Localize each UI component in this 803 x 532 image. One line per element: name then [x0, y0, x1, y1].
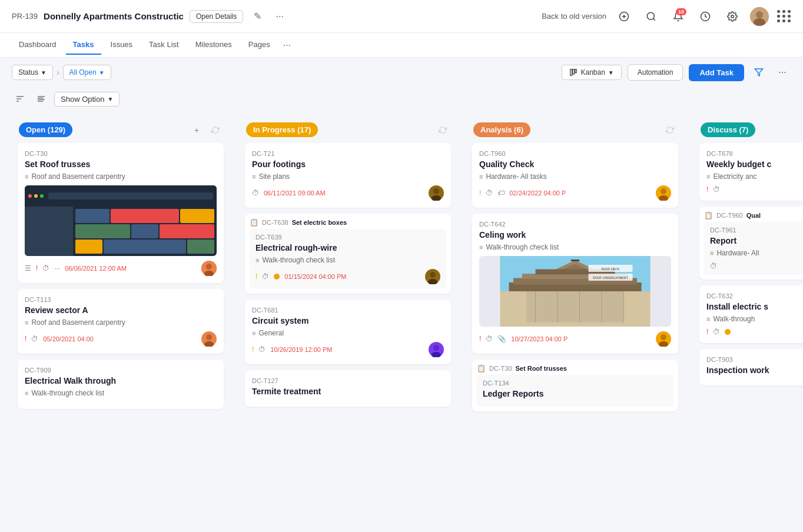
- parent-task-icon: 📋: [704, 211, 713, 220]
- clock-icon[interactable]: ⏱: [486, 335, 493, 343]
- svg-rect-10: [570, 69, 572, 76]
- task-card[interactable]: DC-T903 Inspection work: [699, 349, 803, 385]
- alert-icon[interactable]: !: [479, 335, 481, 343]
- kanban-view-button[interactable]: Kanban ▼: [562, 65, 621, 80]
- alert-yellow-icon[interactable]: !: [256, 272, 257, 281]
- collapse-columns-icon[interactable]: [12, 91, 28, 107]
- clock-icon[interactable]: ⏱: [42, 264, 49, 272]
- category-icon: ≡: [252, 173, 256, 180]
- parent-task-card[interactable]: 📋 DC-T638 Set electric boxes DC-T639 Ele…: [245, 214, 451, 294]
- tab-tasks[interactable]: Tasks: [66, 35, 101, 55]
- alert-icon[interactable]: !: [252, 345, 254, 354]
- card-id: DC-T639: [256, 234, 440, 241]
- card-date: 10/27/2023 04:00 P: [511, 335, 568, 343]
- category-icon: ≡: [479, 173, 483, 180]
- task-card[interactable]: DC-T909 Electrical Walk through ≡ Walk-t…: [18, 360, 224, 409]
- add-icon[interactable]: [615, 7, 633, 26]
- card-date: 02/24/2022 04:00 P: [509, 189, 566, 197]
- clock-icon[interactable]: ⏱: [486, 189, 493, 197]
- automation-button[interactable]: Automation: [628, 64, 683, 81]
- more-icon[interactable]: ···: [54, 264, 60, 272]
- card-id: DC-T681: [252, 307, 444, 314]
- filter-icon[interactable]: [750, 64, 768, 81]
- clock-icon[interactable]: ⏱: [258, 345, 266, 354]
- tag-icon[interactable]: 🏷: [497, 189, 505, 197]
- alert-icon[interactable]: !: [706, 328, 708, 336]
- column-cards-discuss: DC-T678 Weekly budget c ≡ Electricity an…: [694, 143, 803, 391]
- collapse-rows-icon[interactable]: [33, 91, 49, 107]
- open-details-button[interactable]: Open Details: [190, 10, 243, 23]
- clock-icon[interactable]: ⏱: [713, 185, 720, 194]
- nav-more-icon[interactable]: ···: [280, 40, 294, 51]
- parent-task-card[interactable]: 📋 DC-T960 Qual DC-T961 Report ≡ Hardware…: [699, 207, 803, 280]
- card-footer-icons: ! ⏱ 🏷 02/24/2022 04:00 P: [479, 189, 566, 197]
- pin-icon[interactable]: ✎: [249, 8, 266, 25]
- task-card[interactable]: DC-T113 Review sector A ≡ Roof and Basem…: [18, 289, 224, 354]
- refresh-in-progress-icon[interactable]: [436, 123, 450, 137]
- attachment-icon[interactable]: 📎: [497, 335, 506, 343]
- timer-icon[interactable]: [696, 7, 715, 26]
- settings-icon[interactable]: [723, 7, 742, 26]
- tab-dashboard[interactable]: Dashboard: [12, 35, 64, 55]
- all-open-filter-button[interactable]: All Open ▼: [63, 65, 111, 80]
- child-task-card[interactable]: DC-T961 Report ≡ Hardware- All ⏱: [704, 222, 803, 275]
- category-icon: ≡: [479, 244, 483, 251]
- category-icon: ≡: [25, 319, 28, 326]
- parent-task-card[interactable]: 📋 DC-T30 Set Roof trusses DC-T134 Ledger…: [472, 360, 678, 411]
- show-option-button[interactable]: Show Option ▼: [54, 92, 120, 107]
- show-option-label: Show Option: [61, 95, 104, 104]
- card-image-roof: ROOF DECK ROOF UNDERLAYMENT: [479, 256, 671, 327]
- task-card[interactable]: DC-T681 Circuit system ≡ General ! ⏱ 10/…: [245, 300, 451, 364]
- tab-task-list[interactable]: Task List: [142, 35, 186, 55]
- alert-icon[interactable]: !: [36, 264, 38, 272]
- card-footer-icons: ⏱: [710, 262, 717, 270]
- child-task-card[interactable]: DC-T134 Ledger Reports: [477, 375, 673, 407]
- task-card[interactable]: DC-T127 Termite treatment: [245, 370, 451, 407]
- tab-pages[interactable]: Pages: [241, 35, 277, 55]
- child-task-card[interactable]: DC-T639 Electrical rough-wire ≡ Walk-thr…: [250, 229, 446, 289]
- svg-point-34: [433, 345, 439, 351]
- category-icon: ≡: [706, 315, 710, 322]
- apps-grid-icon[interactable]: [777, 10, 791, 22]
- clock-icon[interactable]: ⏱: [31, 335, 38, 343]
- more-header-icon[interactable]: ···: [271, 8, 288, 25]
- task-card[interactable]: DC-T632 Install electric s ≡ Walk-throug…: [699, 285, 803, 343]
- search-icon[interactable]: [642, 7, 661, 26]
- svg-rect-47: [571, 260, 580, 261]
- card-footer-icons: ☰ ! ⏱ ··· 06/06/2021 12:00 AM: [25, 264, 127, 272]
- clock-icon[interactable]: ⏱: [713, 328, 720, 336]
- task-card[interactable]: DC-T21 Pour footings ≡ Site plans ⏱ 06/1…: [245, 143, 451, 208]
- task-card[interactable]: DC-T642 Celing work ≡ Walk-through check…: [472, 214, 678, 354]
- task-card[interactable]: DC-T678 Weekly budget c ≡ Electricity an…: [699, 143, 803, 201]
- clock-icon[interactable]: ⏱: [252, 189, 259, 197]
- back-to-old-version[interactable]: Back to old version: [542, 12, 606, 21]
- clock-icon[interactable]: ⏱: [710, 262, 717, 270]
- more-options-icon[interactable]: ···: [774, 64, 791, 81]
- add-task-button[interactable]: Add Task: [689, 64, 744, 81]
- column-cards-in-progress: DC-T21 Pour footings ≡ Site plans ⏱ 06/1…: [239, 143, 457, 413]
- card-date: 10/26/2019 12:00 PM: [270, 346, 332, 353]
- parent-header: 📋 DC-T960 Qual: [704, 211, 803, 220]
- parent-task-title: Set Roof trusses: [516, 365, 567, 372]
- user-avatar[interactable]: [750, 7, 769, 26]
- refresh-open-icon[interactable]: [208, 123, 223, 137]
- task-card[interactable]: DC-T30 Set Roof trusses ≡ Roof and Basem…: [18, 143, 224, 283]
- card-image: [25, 185, 217, 256]
- alert-icon[interactable]: !: [25, 335, 26, 343]
- tab-milestones[interactable]: Milestones: [188, 35, 239, 55]
- alert-icon[interactable]: !: [706, 185, 708, 194]
- card-footer: ☰ ! ⏱ ··· 06/06/2021 12:00 AM: [25, 261, 217, 276]
- column-badge-analysis: Analysis (6): [473, 122, 530, 137]
- task-card[interactable]: DC-T960 Quality Check ≡ Hardware- All ta…: [472, 143, 678, 208]
- notifications-icon[interactable]: 10: [669, 7, 688, 26]
- alert-icon[interactable]: !: [479, 189, 481, 197]
- project-name: Donnelly Apartments Constructic: [44, 11, 184, 21]
- card-category: ≡ Walk-through: [706, 315, 803, 323]
- clock-icon[interactable]: ⏱: [262, 272, 269, 281]
- list-icon[interactable]: ☰: [25, 264, 31, 272]
- status-filter-button[interactable]: Status ▼: [12, 65, 53, 80]
- tab-issues[interactable]: Issues: [104, 35, 140, 55]
- refresh-analysis-icon[interactable]: [663, 123, 677, 137]
- parent-header: 📋 DC-T638 Set electric boxes: [250, 218, 446, 227]
- add-card-open-icon[interactable]: +: [190, 123, 204, 137]
